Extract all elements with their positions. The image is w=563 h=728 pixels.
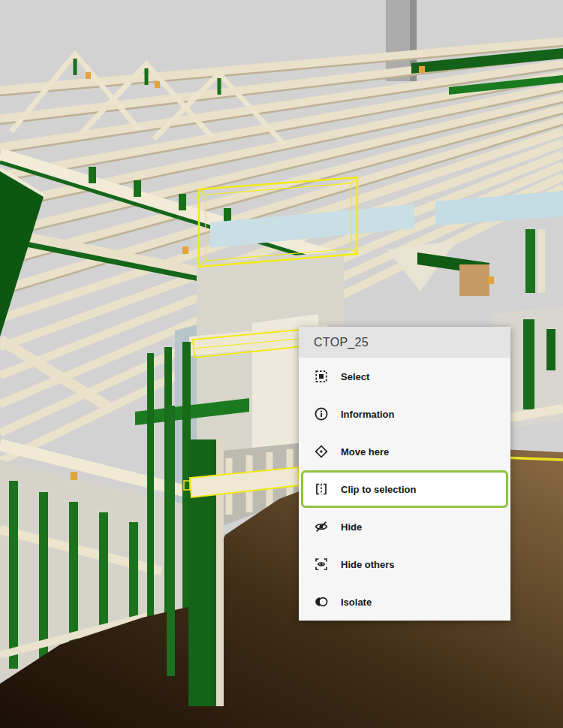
select-icon: [314, 369, 329, 384]
context-menu-title: CTOP_25: [299, 327, 510, 358]
menu-item-isolate[interactable]: Isolate: [299, 583, 510, 621]
menu-item-clip-to-selection[interactable]: Clip to selection: [301, 470, 508, 508]
menu-item-label: Select: [341, 371, 369, 382]
menu-item-label: Hide others: [341, 559, 395, 570]
isolate-icon: [314, 594, 329, 609]
context-menu: CTOP_25 Select Information: [299, 327, 510, 621]
menu-item-select[interactable]: Select: [299, 358, 510, 395]
hide-others-icon: [314, 557, 329, 572]
menu-item-hide[interactable]: Hide: [299, 508, 510, 545]
menu-item-label: Isolate: [341, 597, 372, 608]
menu-item-information[interactable]: Information: [299, 395, 510, 433]
menu-item-label: Move here: [341, 446, 389, 458]
clip-to-selection-icon: [314, 482, 329, 497]
information-icon: [314, 406, 329, 421]
move-here-icon: [314, 444, 329, 459]
hide-icon: [314, 519, 329, 534]
menu-item-move-here[interactable]: Move here: [299, 433, 510, 470]
menu-item-label: Clip to selection: [341, 484, 416, 495]
menu-item-label: Hide: [341, 521, 362, 533]
menu-item-label: Information: [341, 409, 395, 420]
menu-item-hide-others[interactable]: Hide others: [299, 545, 510, 583]
